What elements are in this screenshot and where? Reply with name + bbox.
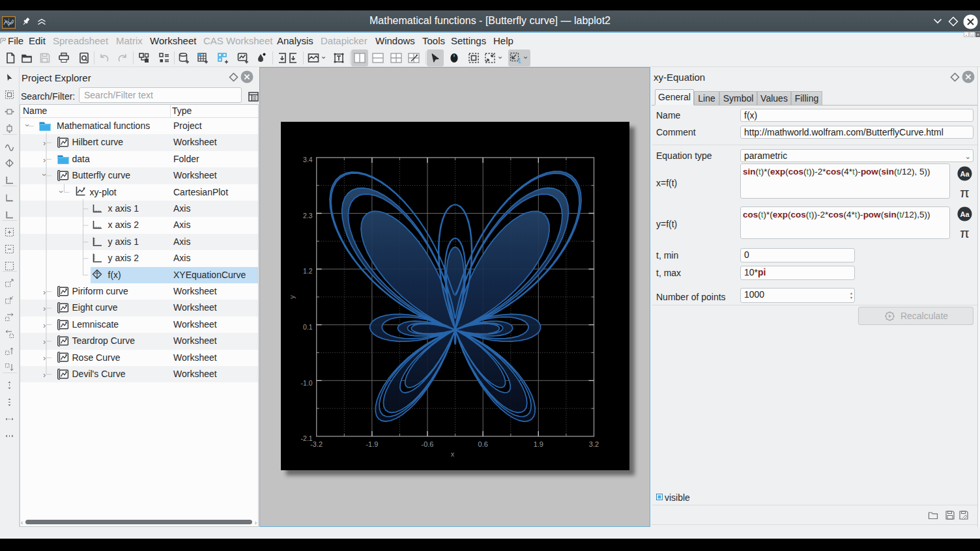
svg-text:-1.0: -1.0 (301, 379, 313, 387)
svg-text:0.1: 0.1 (303, 323, 313, 331)
svg-text:3.4: 3.4 (303, 156, 313, 163)
svg-text:1.2: 1.2 (303, 267, 313, 275)
svg-text:y: y (288, 295, 296, 299)
svg-text:-3.2: -3.2 (310, 440, 323, 448)
svg-text:x: x (451, 450, 455, 458)
svg-text:1: 1 (517, 57, 521, 64)
svg-text:-0.6: -0.6 (422, 440, 434, 448)
svg-text:0.6: 0.6 (478, 440, 488, 448)
svg-text:Aa: Aa (960, 170, 970, 178)
svg-text:1.9: 1.9 (534, 440, 543, 448)
svg-text:2.3: 2.3 (303, 212, 313, 219)
svg-text:Aa: Aa (960, 210, 970, 218)
svg-text:-1.9: -1.9 (366, 440, 378, 448)
svg-text:3.2: 3.2 (589, 440, 599, 448)
